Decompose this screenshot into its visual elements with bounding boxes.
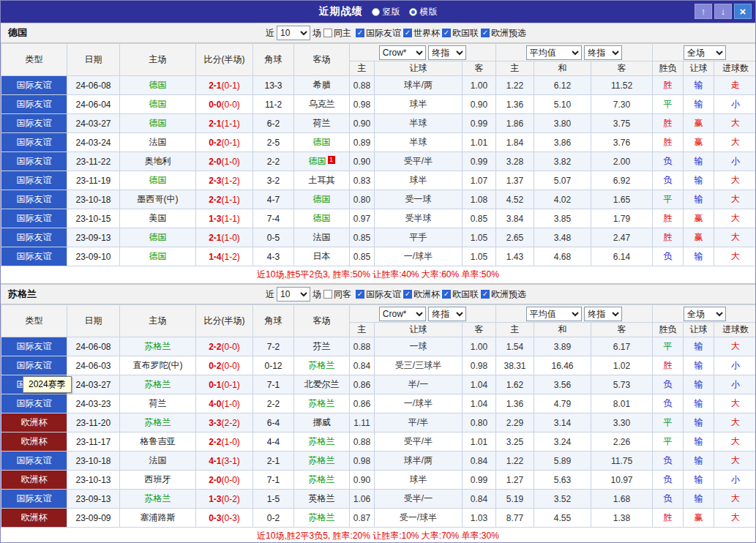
league-filter-checkbox[interactable]: ✓国际友谊 [356,288,401,301]
same-venue-label: 同客 [334,288,351,301]
league-filter-checkbox[interactable]: ✓世界杯 [403,27,440,40]
league-filter-checkbox[interactable]: ✓国际友谊 [356,27,401,40]
scope-select[interactable]: 全场 [684,45,726,60]
radio-icon [372,8,380,16]
match-count-select[interactable]: 10 [277,26,310,40]
goals-result-cell: 小 [714,471,756,490]
avg-home-cell: 1.86 [496,114,534,133]
corner-cell: 4-3 [253,247,294,266]
match-row: 国际友谊24-03-27德国2-1(1-1)6-2荷兰0.90半球0.991.8… [1,114,756,133]
home-odds-cell: 0.80 [350,190,375,209]
bookmaker-select[interactable]: Crow* [379,45,426,60]
move-up-button[interactable]: ↑ [695,4,712,19]
avg-home-cell: 8.77 [496,509,534,528]
home-odds-cell: 0.88 [350,432,375,452]
away-team-name: 芬兰 [313,341,331,351]
home-team-cell: 苏格兰 [120,337,196,356]
recent-label: 近 [266,288,274,301]
home-team-name: 德国 [149,251,167,261]
home-odds-cell: 0.84 [350,356,375,375]
home-odds-cell: 0.98 [350,95,375,114]
match-count-select[interactable]: 10 [277,287,310,302]
home-team-name: 德国 [149,118,167,128]
match-date-cell: 23-11-17 [67,432,120,452]
result-cell: 负 [653,471,684,490]
league-filter-checkbox[interactable]: ✓欧国联 [442,27,479,40]
home-team-cell: 法国 [120,133,196,152]
league-filter-checkbox[interactable]: ✓欧洲杯 [403,288,440,301]
league-filter-checkbox[interactable]: ✓欧洲预选 [481,288,526,301]
avg-draw-cell: 3.85 [534,209,591,228]
home-team-cell: 直布罗陀(中) [120,356,196,375]
away-team-cell: 乌克兰 [294,95,350,114]
average-select[interactable]: 平均值 [526,45,582,60]
match-type-cell: 国际友谊 [1,114,67,133]
average-stage-select[interactable]: 终指 [584,45,622,60]
corner-cell: 4-4 [253,432,294,452]
sections-container: 德国 近 10 场 同主 ✓国际友谊✓世界杯✓欧国联✓欧洲预选 [1,23,755,543]
same-venue-checkbox[interactable]: 同客 [323,288,351,301]
odds-stage-select[interactable]: 终指 [428,45,466,60]
goals-result-cell: 大 [714,490,756,509]
sub-col-header-result: 胜负 [653,323,684,337]
away-team-cell: 芬兰 [294,337,350,356]
fulltime-score: 0-0 [209,100,221,110]
goals-result-cell: 大 [714,228,756,247]
avg-draw-cell: 3.86 [534,133,591,152]
goals-result-cell: 小 [714,95,756,114]
away-team-name: 德国 [313,213,331,223]
score-cell: 2-0(0-0) [196,471,253,490]
away-team-name: 北爱尔兰 [304,379,340,389]
away-odds-cell: 1.00 [463,337,496,356]
same-venue-checkbox[interactable]: 同主 [323,27,351,40]
result-cell: 负 [653,490,684,509]
handicap-result-cell: 输 [684,152,714,171]
move-down-button[interactable]: ↓ [714,4,732,19]
col-header-score: 比分(半场) [196,44,253,76]
avg-away-cell: 1.79 [591,209,653,228]
odds-group-header: Crow* 终指 [350,44,496,61]
avg-away-cell: 10.97 [591,471,653,490]
avg-away-cell: 6.17 [591,337,653,356]
average-stage-select[interactable]: 终指 [584,307,622,321]
halftime-score: (0-0) [222,475,240,485]
goals-result-cell: 小 [714,375,756,394]
match-type-cell: 国际友谊 [1,171,67,190]
handicap-result-cell: 赢 [684,209,714,228]
handicap-cell: 球半 [375,171,463,190]
avg-away-cell: 2.47 [591,228,653,247]
away-team-name: 苏格兰 [309,474,335,484]
home-team-cell: 格鲁吉亚 [120,432,196,452]
away-team-name: 日本 [313,251,331,261]
fulltime-score: 0-1 [209,380,221,390]
league-filter-checkbox[interactable]: ✓欧国联 [442,288,479,301]
layout-vertical-radio[interactable]: 竖版 [372,6,400,18]
league-filter-checkbox[interactable]: ✓欧洲预选 [481,27,526,40]
away-team-name: 希腊 [313,80,331,90]
match-date-cell: 23-10-18 [67,452,120,471]
titlebar: 近期战绩 竖版 横版 ↑ ↓ × [1,1,755,23]
scope-select[interactable]: 全场 [684,307,726,321]
radio-icon [409,8,417,16]
score-cell: 2-2(0-0) [196,337,253,356]
average-select[interactable]: 平均值 [526,307,582,321]
layout-horizontal-radio[interactable]: 横版 [409,6,438,18]
avg-away-cell: 6.14 [591,247,653,266]
close-button[interactable]: × [734,4,752,19]
match-row: 国际友谊23-09-13德国2-1(1-0)0-5法国0.85平手1.052.6… [1,228,756,247]
home-team-name: 法国 [149,455,167,465]
result-group-header: 全场 [653,44,756,61]
away-odds-cell: 0.90 [463,95,496,114]
goals-result-cell: 小 [714,152,756,171]
away-odds-cell: 0.84 [463,490,496,509]
corner-cell: 6-4 [253,413,294,432]
fulltime-score: 0-3 [209,513,221,523]
odds-stage-select[interactable]: 终指 [428,307,466,321]
fulltime-score: 1-3 [209,214,221,224]
halftime-score: (1-0) [222,233,240,243]
sub-col-header-handicap: 让球 [375,323,463,337]
match-date-cell: 23-10-15 [67,209,120,228]
results-table: 类型 日期 主场 比分(半场) 角球 客场 Crow* 终指 平均值 终指 [1,304,756,528]
avg-draw-cell: 16.46 [534,356,591,375]
bookmaker-select[interactable]: Crow* [379,307,426,321]
